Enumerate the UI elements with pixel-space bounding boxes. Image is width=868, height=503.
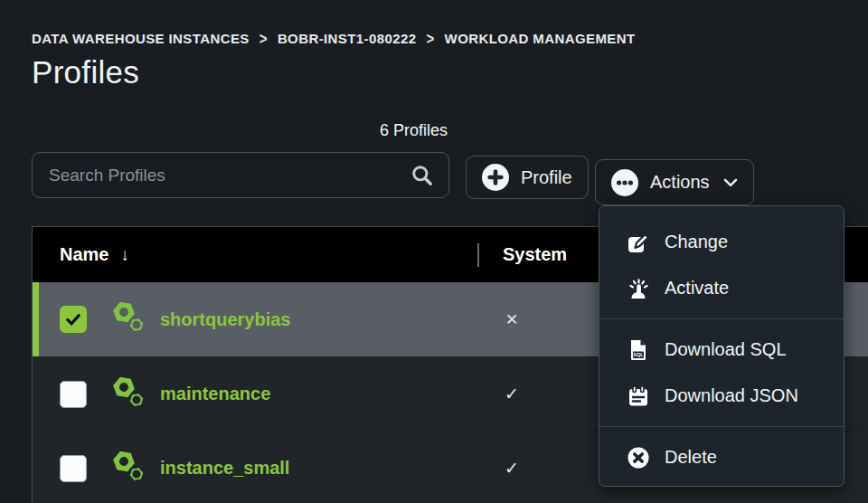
search-profiles-box	[32, 152, 449, 198]
actions-button[interactable]: Actions	[595, 159, 754, 205]
menu-divider	[599, 318, 844, 319]
profile-hexnut-icon	[111, 450, 147, 488]
json-clipboard-icon	[627, 384, 650, 408]
activate-icon	[627, 277, 650, 300]
profile-hexnut-icon	[111, 375, 147, 413]
menu-item-download-sql[interactable]: SQL Download SQL	[599, 327, 844, 373]
profile-name-link[interactable]: instance_small	[160, 458, 289, 479]
system-flag: ✓	[458, 458, 566, 479]
column-divider	[477, 243, 479, 267]
edit-icon	[627, 231, 650, 254]
profile-hexnut-icon	[111, 300, 147, 338]
breadcrumb-item-instances[interactable]: DATA WAREHOUSE INSTANCES	[32, 31, 250, 46]
menu-item-delete[interactable]: Delete	[599, 434, 844, 480]
row-checkbox-unchecked[interactable]	[60, 381, 87, 408]
plus-circle-icon	[482, 164, 509, 191]
breadcrumb-separator-icon: >	[426, 29, 434, 48]
actions-dropdown-menu: Change Activate	[599, 205, 844, 487]
system-flag: ✓	[458, 384, 566, 404]
breadcrumb-item-workload-management[interactable]: WORKLOAD MANAGEMENT	[445, 31, 636, 46]
row-checkbox-unchecked[interactable]	[60, 455, 87, 482]
menu-item-download-json[interactable]: Download JSON	[599, 373, 844, 419]
menu-divider	[599, 426, 844, 427]
chevron-down-icon	[723, 178, 738, 187]
page-title: Profiles	[32, 54, 139, 90]
menu-item-change[interactable]: Change	[599, 219, 844, 265]
sort-descending-icon: ↓	[120, 245, 129, 265]
add-profile-button[interactable]: Profile	[466, 156, 589, 199]
search-icon[interactable]	[410, 163, 434, 187]
menu-item-activate[interactable]: Activate	[599, 265, 844, 311]
ellipsis-circle-icon	[611, 169, 638, 196]
column-header-name[interactable]: Name ↓	[33, 244, 129, 265]
profiles-count: 6 Profiles	[32, 121, 796, 140]
sql-file-icon: SQL	[627, 338, 650, 362]
column-header-system[interactable]: System	[503, 244, 567, 265]
svg-text:SQL: SQL	[633, 352, 644, 357]
row-checkbox-checked[interactable]	[60, 306, 87, 333]
actions-button-label: Actions	[650, 172, 710, 193]
profile-button-label: Profile	[521, 167, 572, 188]
breadcrumb-separator-icon: >	[259, 29, 268, 48]
search-input[interactable]	[33, 166, 410, 185]
breadcrumb-item-instance[interactable]: BOBR-INST1-080222	[278, 31, 417, 46]
breadcrumb: DATA WAREHOUSE INSTANCES > BOBR-INST1-08…	[32, 31, 636, 46]
profile-name-link[interactable]: shortquerybias	[160, 309, 290, 330]
profile-name-link[interactable]: maintenance	[160, 384, 270, 404]
system-flag: ✕	[458, 310, 566, 329]
delete-circle-x-icon	[627, 446, 650, 470]
